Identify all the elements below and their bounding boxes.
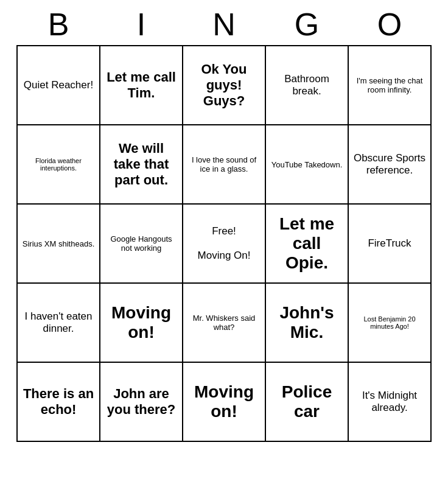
bingo-cell-text-20: There is an echo! (21, 386, 96, 418)
bingo-cell-text-3: Bathroom break. (270, 73, 344, 97)
bingo-cell-text-14: FireTruck (352, 237, 427, 250)
bingo-cell-text-6: We will take that part out. (104, 141, 178, 188)
bingo-cell-text-16: Moving on! (104, 303, 178, 342)
bingo-grid: Quiet Reacher!Let me call Tim.Ok You guy… (16, 45, 432, 442)
bingo-letter-O: O (348, 6, 431, 43)
bingo-cell-20: There is an echo! (18, 363, 100, 442)
bingo-cell-14: FireTruck (349, 205, 432, 284)
bingo-header: BINGO (17, 6, 431, 43)
bingo-cell-18: John's Mic. (266, 284, 349, 363)
bingo-cell-text-7: I love the sound of ice in a glass. (187, 155, 261, 173)
bingo-cell-text-23: Police car (270, 382, 344, 421)
bingo-cell-22: Moving on! (183, 363, 266, 442)
bingo-letter-I: I (100, 6, 183, 43)
bingo-cell-17: Mr. Whiskers said what? (183, 284, 266, 363)
bingo-cell-0: Quiet Reacher! (18, 46, 100, 125)
bingo-cell-6: We will take that part out. (100, 125, 183, 205)
bingo-cell-11: Google Hangouts not working (100, 205, 183, 284)
bingo-cell-text-2: Ok You guys! Guys? (187, 61, 261, 109)
bingo-cell-text-19: Lost Benjamin 20 minutes Ago! (352, 315, 427, 330)
bingo-cell-3: Bathroom break. (266, 46, 349, 125)
bingo-cell-text-13: Let me call Opie. (270, 214, 344, 273)
bingo-cell-text-9: Obscure Sports reference. (352, 152, 427, 177)
bingo-cell-2: Ok You guys! Guys? (183, 46, 266, 125)
bingo-cell-text-1: Let me call Tim. (104, 69, 178, 101)
bingo-cell-text-15: I haven't eaten dinner. (21, 310, 96, 335)
bingo-cell-text-22: Moving on! (187, 382, 261, 421)
bingo-cell-text-0: Quiet Reacher! (21, 79, 96, 91)
bingo-cell-text-4: I'm seeing the chat room infinity. (352, 76, 427, 94)
bingo-cell-15: I haven't eaten dinner. (18, 284, 100, 363)
bingo-cell-text-8: YouTube Takedown. (270, 160, 344, 169)
bingo-cell-7: I love the sound of ice in a glass. (183, 125, 266, 205)
bingo-cell-text-12: Free!Moving On! (187, 225, 261, 262)
bingo-cell-text-11: Google Hangouts not working (104, 234, 178, 253)
bingo-cell-text-18: John's Mic. (270, 303, 344, 342)
bingo-cell-4: I'm seeing the chat room infinity. (349, 46, 432, 125)
bingo-cell-text-21: John are you there? (104, 386, 178, 418)
bingo-cell-13: Let me call Opie. (266, 205, 349, 284)
bingo-letter-N: N (183, 6, 265, 43)
bingo-cell-1: Let me call Tim. (100, 46, 183, 125)
bingo-cell-9: Obscure Sports reference. (349, 125, 432, 205)
bingo-cell-text-24: It's Midnight already. (352, 390, 427, 414)
bingo-cell-19: Lost Benjamin 20 minutes Ago! (349, 284, 432, 363)
bingo-cell-8: YouTube Takedown. (266, 125, 349, 205)
bingo-cell-16: Moving on! (100, 284, 183, 363)
bingo-cell-24: It's Midnight already. (349, 363, 432, 442)
bingo-cell-10: Sirius XM shitheads. (18, 205, 100, 284)
bingo-letter-B: B (17, 6, 100, 43)
bingo-cell-text-17: Mr. Whiskers said what? (187, 314, 261, 332)
bingo-cell-text-5: Florida weather interuptions. (21, 157, 96, 172)
bingo-cell-12: Free!Moving On! (183, 205, 266, 284)
bingo-cell-5: Florida weather interuptions. (18, 125, 100, 205)
bingo-cell-text-10: Sirius XM shitheads. (21, 239, 96, 248)
bingo-cell-21: John are you there? (100, 363, 183, 442)
bingo-letter-G: G (265, 6, 348, 43)
bingo-cell-23: Police car (266, 363, 349, 442)
